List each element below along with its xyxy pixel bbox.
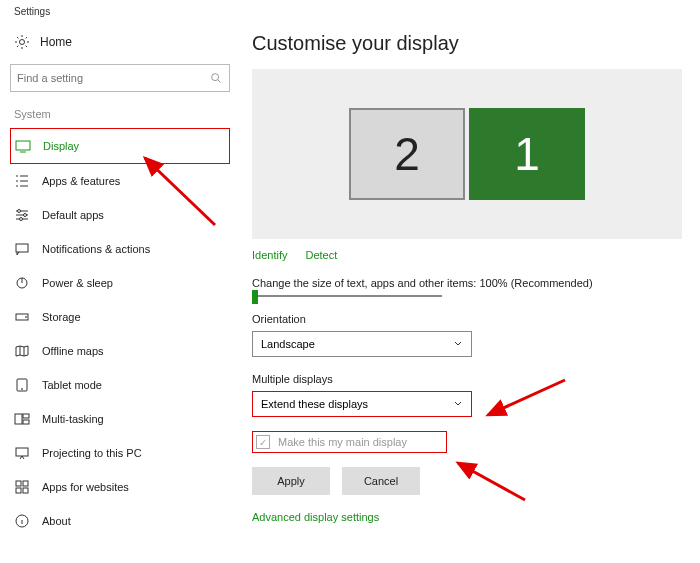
main-display-checkbox-row[interactable]: ✓ Make this my main display xyxy=(252,431,447,453)
project-icon xyxy=(14,445,30,461)
svg-point-1 xyxy=(212,74,219,81)
sidebar-item-notifications[interactable]: Notifications & actions xyxy=(10,232,230,266)
display-actions: Identify Detect xyxy=(252,249,682,261)
nav-label: Display xyxy=(43,140,79,152)
window-title: Settings xyxy=(14,6,50,17)
svg-point-5 xyxy=(20,218,23,221)
svg-rect-13 xyxy=(23,414,29,418)
svg-point-11 xyxy=(22,389,23,390)
multiple-displays-label: Multiple displays xyxy=(252,373,682,385)
nav-label: Apps for websites xyxy=(42,481,129,493)
storage-icon xyxy=(14,309,30,325)
page-title: Customise your display xyxy=(252,32,682,55)
nav-list: Display Apps & features Default apps Not… xyxy=(10,128,230,538)
nav-label: Projecting to this PC xyxy=(42,447,142,459)
orientation-label: Orientation xyxy=(252,313,682,325)
sidebar-item-power-sleep[interactable]: Power & sleep xyxy=(10,266,230,300)
svg-point-3 xyxy=(18,210,21,213)
nav-label: Notifications & actions xyxy=(42,243,150,255)
monitor-2[interactable]: 2 xyxy=(349,108,465,200)
scale-slider[interactable] xyxy=(252,295,682,297)
main-display-label: Make this my main display xyxy=(278,436,407,448)
nav-label: Apps & features xyxy=(42,175,120,187)
advanced-display-link[interactable]: Advanced display settings xyxy=(252,511,682,523)
sidebar-item-storage[interactable]: Storage xyxy=(10,300,230,334)
gear-icon xyxy=(14,34,30,50)
sidebar-item-default-apps[interactable]: Default apps xyxy=(10,198,230,232)
svg-point-9 xyxy=(26,317,27,318)
apply-button[interactable]: Apply xyxy=(252,467,330,495)
cancel-button[interactable]: Cancel xyxy=(342,467,420,495)
chevron-down-icon xyxy=(453,399,463,409)
slider-track xyxy=(252,295,442,297)
nav-label: Power & sleep xyxy=(42,277,113,289)
sidebar-item-projecting[interactable]: Projecting to this PC xyxy=(10,436,230,470)
identify-link[interactable]: Identify xyxy=(252,249,287,261)
chevron-down-icon xyxy=(453,339,463,349)
nav-label: Offline maps xyxy=(42,345,104,357)
home-button[interactable]: Home xyxy=(10,26,230,58)
orientation-dropdown[interactable]: Landscape xyxy=(252,331,472,357)
nav-label: Tablet mode xyxy=(42,379,102,391)
detect-link[interactable]: Detect xyxy=(305,249,337,261)
orientation-value: Landscape xyxy=(261,338,315,350)
svg-rect-15 xyxy=(16,448,28,456)
sidebar-item-display[interactable]: Display xyxy=(10,128,230,164)
sliders-icon xyxy=(14,207,30,223)
svg-rect-16 xyxy=(16,481,21,486)
svg-rect-17 xyxy=(23,481,28,486)
svg-point-0 xyxy=(20,40,25,45)
nav-label: Storage xyxy=(42,311,81,323)
sidebar-item-about[interactable]: About xyxy=(10,504,230,538)
list-icon xyxy=(14,173,30,189)
apps-web-icon xyxy=(14,479,30,495)
button-row: Apply Cancel xyxy=(252,467,682,495)
main-content: Customise your display 2 1 Identify Dete… xyxy=(252,32,682,523)
tablet-icon xyxy=(14,377,30,393)
sidebar-item-apps-websites[interactable]: Apps for websites xyxy=(10,470,230,504)
search-input-wrap[interactable] xyxy=(10,64,230,92)
svg-rect-14 xyxy=(23,420,29,424)
info-icon xyxy=(14,513,30,529)
nav-label: Multi-tasking xyxy=(42,413,104,425)
search-input[interactable] xyxy=(17,72,209,84)
svg-rect-6 xyxy=(16,244,28,252)
monitor-icon xyxy=(15,138,31,154)
slider-thumb[interactable] xyxy=(252,290,258,304)
sidebar-item-multitasking[interactable]: Multi-tasking xyxy=(10,402,230,436)
svg-rect-12 xyxy=(15,414,22,424)
checkbox-icon[interactable]: ✓ xyxy=(256,435,270,449)
sidebar: Home System Display Apps & features Defa… xyxy=(10,26,230,538)
sidebar-item-tablet-mode[interactable]: Tablet mode xyxy=(10,368,230,402)
nav-label: Default apps xyxy=(42,209,104,221)
scale-label: Change the size of text, apps and other … xyxy=(252,277,682,289)
power-icon xyxy=(14,275,30,291)
monitor-1[interactable]: 1 xyxy=(469,108,585,200)
nav-label: About xyxy=(42,515,71,527)
svg-rect-19 xyxy=(23,488,28,493)
svg-point-4 xyxy=(24,214,27,217)
multiple-displays-value: Extend these displays xyxy=(261,398,368,410)
search-icon xyxy=(209,71,223,85)
display-arrangement[interactable]: 2 1 xyxy=(252,69,682,239)
multiple-displays-dropdown[interactable]: Extend these displays xyxy=(252,391,472,417)
section-label: System xyxy=(10,108,230,120)
home-label: Home xyxy=(40,35,72,49)
multitask-icon xyxy=(14,411,30,427)
sidebar-item-apps-features[interactable]: Apps & features xyxy=(10,164,230,198)
message-icon xyxy=(14,241,30,257)
sidebar-item-offline-maps[interactable]: Offline maps xyxy=(10,334,230,368)
map-icon xyxy=(14,343,30,359)
svg-rect-2 xyxy=(16,141,30,150)
svg-rect-18 xyxy=(16,488,21,493)
